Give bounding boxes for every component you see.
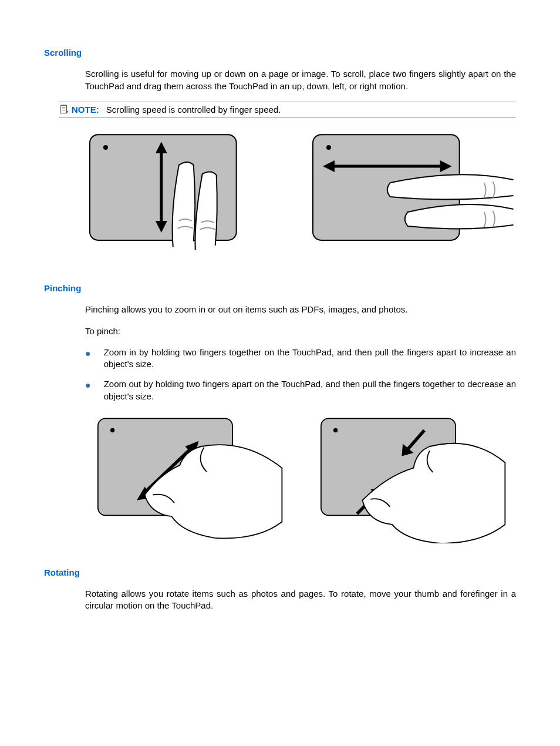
bullet-list-pinching: ● Zoom in by holding two fingers togethe…	[85, 347, 516, 402]
bullet-text: Zoom in by holding two fingers together …	[104, 347, 516, 371]
heading-rotating: Rotating	[44, 567, 516, 579]
note-scrolling: NOTE: Scrolling speed is controlled by f…	[59, 102, 516, 118]
list-item: ● Zoom out by holding two fingers apart …	[85, 378, 516, 402]
svg-point-10	[326, 145, 330, 150]
list-item: ● Zoom in by holding two fingers togethe…	[85, 347, 516, 371]
illustration-pinch-zoom-out	[308, 414, 517, 543]
svg-point-20	[333, 428, 337, 432]
illustration-pinch-zoom-in	[85, 414, 294, 543]
svg-rect-0	[60, 105, 67, 113]
note-text: Scrolling speed is controlled by finger …	[106, 104, 281, 116]
para-pinching-1: Pinching allows you to zoom in or out on…	[85, 304, 516, 315]
bullet-text: Zoom out by holding two fingers apart on…	[104, 378, 516, 402]
heading-scrolling: Scrolling	[44, 47, 516, 59]
illustration-row-pinching	[85, 414, 516, 543]
bullet-icon: ●	[85, 347, 91, 360]
svg-point-5	[103, 145, 108, 150]
illustration-row-scrolling	[85, 130, 516, 259]
illustration-scroll-horizontal	[308, 130, 517, 259]
illustration-scroll-vertical	[85, 130, 294, 259]
note-label: NOTE:	[72, 104, 99, 116]
svg-point-15	[110, 428, 114, 432]
para-rotating: Rotating allows you rotate items such as…	[85, 588, 516, 612]
para-scrolling: Scrolling is useful for moving up or dow…	[85, 68, 516, 92]
bullet-icon: ●	[85, 379, 91, 392]
heading-pinching: Pinching	[44, 283, 516, 294]
note-icon	[59, 104, 69, 115]
para-pinching-2: To pinch:	[85, 325, 516, 337]
